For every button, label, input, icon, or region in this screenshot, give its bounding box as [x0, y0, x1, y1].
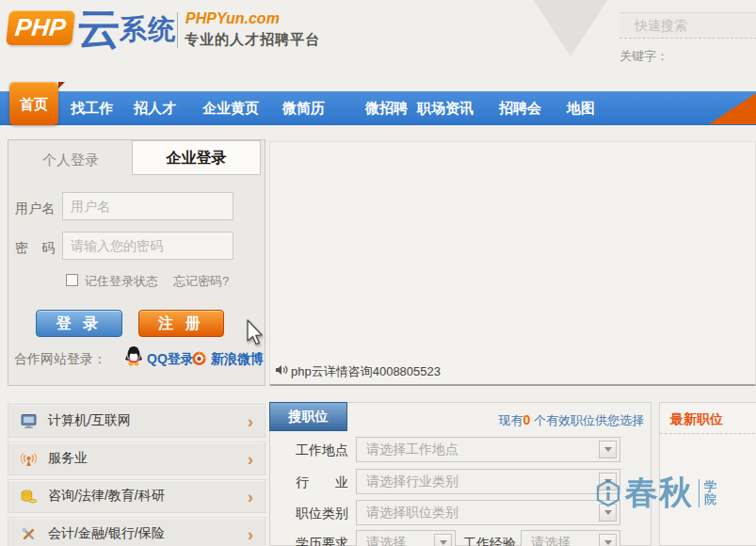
username-field[interactable] — [62, 192, 233, 220]
partner-login-label: 合作网站登录： — [14, 351, 106, 368]
job-category-label: 职位类别 — [296, 506, 354, 522]
quick-search-input[interactable]: 快速搜索 — [619, 12, 756, 39]
tab-personal-login[interactable]: 个人登录 — [19, 149, 122, 171]
site-logo[interactable]: PHP — [6, 10, 75, 45]
work-location-select[interactable]: 请选择工作地点 — [356, 437, 620, 462]
industry-select[interactable]: 请选择行业类别 — [356, 469, 620, 494]
dropdown-arrow-icon[interactable] — [599, 441, 617, 458]
work-location-label: 工作地点 — [296, 442, 354, 459]
category-item-consulting[interactable]: 咨询/法律/教育/科研 › — [8, 479, 265, 513]
login-button[interactable]: 登 录 — [36, 310, 122, 337]
nav-item-recruit[interactable]: 招人才 — [134, 91, 176, 125]
category-label: 会计/金融/银行/保险 — [48, 525, 165, 542]
weibo-login-link[interactable]: 新浪微博 — [211, 351, 264, 368]
category-label: 计算机/互联网 — [48, 412, 131, 429]
weibo-icon[interactable] — [190, 349, 208, 366]
forgot-password-link[interactable]: 忘记密码? — [173, 273, 229, 290]
nav-item-companies[interactable]: 企业黄页 — [202, 91, 259, 125]
tab-enterprise-login[interactable]: 企业登录 — [132, 140, 261, 175]
site-tagline: 专业的人才招聘平台 — [185, 31, 320, 49]
consulting-icon — [21, 489, 37, 505]
dropdown-arrow-icon[interactable] — [599, 504, 617, 522]
remember-checkbox[interactable] — [66, 274, 78, 286]
announcement-text: php云详情咨询4008805523 — [291, 363, 441, 380]
logo-xitong-text: 系统 — [120, 11, 176, 49]
home-tab-fold — [58, 82, 65, 88]
username-label: 用户名 — [15, 201, 55, 217]
job-category-select[interactable]: 请选择职位类别 — [356, 500, 620, 525]
nav-item-find-job[interactable]: 找工作 — [71, 91, 113, 125]
banner-slider — [269, 141, 756, 386]
nav-item-career-news[interactable]: 职场资讯 — [417, 91, 474, 125]
job-count-prefix: 现有 — [499, 413, 523, 427]
speaker-icon — [275, 364, 288, 376]
category-item-service[interactable]: 服务业 › — [8, 442, 265, 475]
category-label: 咨询/法律/教育/科研 — [48, 488, 165, 505]
industry-label: 行 业 — [296, 474, 354, 491]
select-placeholder: 请选择职位类别 — [366, 505, 458, 520]
select-placeholder: 请选择 — [531, 535, 571, 546]
site-domain-text: PHPYun.com — [185, 10, 280, 27]
nav-item-home[interactable]: 首页 — [9, 82, 58, 125]
category-item-finance[interactable]: 会计/金融/银行/保险 › — [8, 517, 265, 546]
password-label: 密 码 — [15, 240, 55, 257]
page: PHP 云 系统 PHPYun.com 专业的人才招聘平台 快速搜索 关键字： … — [0, 0, 756, 546]
latest-jobs-title: 最新职位 — [670, 411, 723, 428]
dropdown-arrow-icon[interactable] — [434, 534, 452, 546]
experience-select[interactable]: 请选择 — [521, 530, 620, 546]
logo-divider — [177, 12, 178, 48]
select-placeholder: 请选择 — [366, 535, 406, 546]
latest-jobs-divider — [660, 433, 755, 434]
qq-icon[interactable] — [124, 345, 143, 366]
main-nav: 首页 找工作 招人才 企业黄页 微简历 微招聘 职场资讯 招聘会 地图 — [0, 91, 756, 125]
remember-label: 记住登录状态 — [85, 273, 158, 290]
chevron-right-icon: › — [248, 489, 253, 505]
experience-label: 工作经验 — [463, 536, 522, 546]
tab-search-jobs[interactable]: 搜职位 — [269, 402, 347, 431]
chevron-right-icon: › — [248, 451, 253, 467]
logo-yun-text: 云 — [77, 0, 121, 58]
dropdown-arrow-icon[interactable] — [599, 534, 617, 546]
password-field[interactable] — [62, 232, 233, 260]
service-icon — [21, 451, 37, 467]
register-button[interactable]: 注 册 — [138, 310, 224, 337]
nav-item-micro-resume[interactable]: 微简历 — [282, 91, 325, 125]
chevron-right-icon: › — [248, 526, 253, 542]
job-count-suffix: 个有效职位供您选择 — [530, 413, 644, 427]
header-watermark-shape — [516, 0, 625, 56]
job-count-text: 现有0 个有效职位供您选择 — [395, 412, 644, 429]
computer-icon — [21, 413, 37, 429]
qq-login-link[interactable]: QQ登录 — [147, 351, 194, 368]
category-label: 服务业 — [48, 450, 88, 467]
nav-decor-wedge — [709, 93, 756, 124]
nav-item-job-fair[interactable]: 招聘会 — [499, 91, 541, 125]
education-label: 学历要求 — [296, 536, 354, 546]
nav-item-map[interactable]: 地图 — [567, 91, 595, 125]
header: PHP 云 系统 PHPYun.com 专业的人才招聘平台 快速搜索 关键字： — [0, 0, 756, 91]
select-placeholder: 请选择工作地点 — [366, 442, 458, 457]
education-select[interactable]: 请选择 — [356, 530, 456, 546]
keyword-label: 关键字： — [619, 48, 668, 65]
category-item-it[interactable]: 计算机/互联网 › — [8, 404, 265, 438]
dropdown-arrow-icon[interactable] — [599, 473, 617, 490]
nav-item-micro-recruit[interactable]: 微招聘 — [365, 91, 408, 125]
chevron-right-icon: › — [248, 413, 253, 429]
finance-icon — [21, 526, 37, 542]
select-placeholder: 请选择行业类别 — [366, 474, 458, 489]
